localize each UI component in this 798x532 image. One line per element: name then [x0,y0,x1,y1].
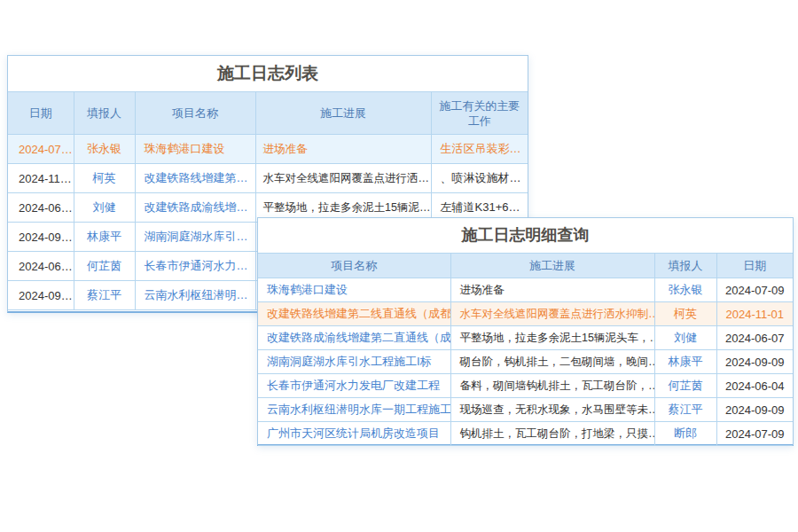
table-row[interactable]: 广州市天河区统计局机房改造项目钩机排土，瓦工砌台阶，打地梁，只摸…断郎2024-… [258,422,793,446]
column-header: 施工有关的主要工作 [431,92,528,135]
cell-progress: 现场巡查，无积水现象，水马围壁等未… [450,398,654,422]
cell-project: 湖南洞庭湖水库引水工程施工I标 [258,350,450,374]
cell-date: 2024-09-09 [716,398,793,422]
cell-date: 2024-06-07 [716,326,793,350]
cell-reporter: 断郎 [654,422,716,446]
cell-date: 2024-09… [8,281,74,310]
cell-reporter: 刘健 [654,326,716,350]
cell-work: 、喷淋设施材… [431,164,528,193]
cell-project: 珠海鹤港口建设 [258,278,450,302]
cell-date: 2024-11-01 [716,302,793,326]
cell-reporter: 张永银 [74,135,135,164]
cell-date: 2024-06… [8,252,74,281]
cell-progress: 进场准备 [450,278,654,302]
cell-progress: 水车对全线遮阳网覆盖点进行洒… [255,164,431,193]
table-row[interactable]: 2024-07…张永银珠海鹤港口建设进场准备生活区吊装彩… [8,135,528,164]
construction-log-detail-panel: 施工日志明细查询 项目名称施工进展填报人日期 珠海鹤港口建设进场准备张永银202… [257,217,794,446]
column-header: 填报人 [74,92,135,135]
cell-reporter: 林康平 [74,223,135,252]
cell-date: 2024-07-09 [716,278,793,302]
cell-date: 2024-11… [8,164,74,193]
cell-project: 广州市天河区统计局机房改造项目 [258,422,450,446]
cell-progress: 进场准备 [255,135,431,164]
cell-date: 2024-09-09 [716,350,793,374]
column-header: 日期 [716,254,793,278]
cell-project: 云南水利枢纽潜明水库一期工程施工I标 [258,398,450,422]
cell-reporter: 张永银 [654,278,716,302]
cell-date: 2024-07… [8,135,74,164]
cell-reporter: 刘健 [74,193,135,223]
cell-reporter: 柯英 [654,302,716,326]
column-header: 日期 [8,92,74,135]
cell-date: 2024-06-04 [716,374,793,398]
column-header: 施工进展 [450,254,654,278]
cell-reporter: 蔡江平 [74,281,135,310]
list-panel-title: 施工日志列表 [8,56,528,91]
list-header-row: 日期填报人项目名称施工进展施工有关的主要工作 [8,92,528,135]
detail-panel-title: 施工日志明细查询 [258,218,793,253]
table-row[interactable]: 云南水利枢纽潜明水库一期工程施工I标现场巡查，无积水现象，水马围壁等未…蔡江平2… [258,398,793,422]
detail-header-row: 项目名称施工进展填报人日期 [258,254,793,278]
cell-project: 改建铁路线增建第二线直通线（成都-西 [258,302,450,326]
page-canvas: 施工日志列表 日期填报人项目名称施工进展施工有关的主要工作 2024-07…张永… [0,0,798,532]
table-row[interactable]: 珠海鹤港口建设进场准备张永银2024-07-09 [258,278,793,302]
cell-progress: 备料，砌间墙钩机排土，瓦工砌台阶，… [450,374,654,398]
cell-reporter: 林康平 [654,350,716,374]
table-row[interactable]: 2024-11…柯英改建铁路线增建第…水车对全线遮阳网覆盖点进行洒…、喷淋设施材… [8,164,528,193]
column-header: 项目名称 [135,92,255,135]
cell-progress: 水车对全线遮阳网覆盖点进行洒水抑制… [450,302,654,326]
cell-progress: 钩机排土，瓦工砌台阶，打地梁，只摸… [450,422,654,446]
cell-date: 2024-07-09 [716,422,793,446]
construction-log-detail-table: 项目名称施工进展填报人日期 珠海鹤港口建设进场准备张永银2024-07-09改建… [258,253,793,446]
cell-reporter: 蔡江平 [654,398,716,422]
cell-date: 2024-09… [8,223,74,252]
cell-project: 改建铁路线增建第… [135,164,255,193]
cell-project: 改建铁路成渝线增… [135,193,255,223]
cell-project: 长春市伊通河水力发电厂改建工程 [258,374,450,398]
cell-work: 生活区吊装彩… [431,135,528,164]
table-row[interactable]: 长春市伊通河水力发电厂改建工程备料，砌间墙钩机排土，瓦工砌台阶，…何芷茵2024… [258,374,793,398]
column-header: 项目名称 [258,254,450,278]
cell-project: 云南水利枢纽潜明… [135,281,255,310]
cell-project: 珠海鹤港口建设 [135,135,255,164]
column-header: 填报人 [654,254,716,278]
table-row[interactable]: 改建铁路成渝线增建第二直通线（成渝平整场地，拉走多余泥土15辆泥头车，…刘健20… [258,326,793,350]
table-row[interactable]: 湖南洞庭湖水库引水工程施工I标砌台阶，钩机排土，二包砌间墙，晚间…林康平2024… [258,350,793,374]
cell-reporter: 何芷茵 [74,252,135,281]
cell-project: 长春市伊通河水力… [135,252,255,281]
cell-progress: 砌台阶，钩机排土，二包砌间墙，晚间… [450,350,654,374]
table-row[interactable]: 改建铁路线增建第二线直通线（成都-西水车对全线遮阳网覆盖点进行洒水抑制…柯英20… [258,302,793,326]
cell-project: 改建铁路成渝线增建第二直通线（成渝 [258,326,450,350]
cell-progress: 平整场地，拉走多余泥土15辆泥头车，… [450,326,654,350]
column-header: 施工进展 [255,92,431,135]
cell-reporter: 何芷茵 [654,374,716,398]
cell-reporter: 柯英 [74,164,135,193]
cell-date: 2024-06… [8,193,74,223]
cell-project: 湖南洞庭湖水库引… [135,223,255,252]
